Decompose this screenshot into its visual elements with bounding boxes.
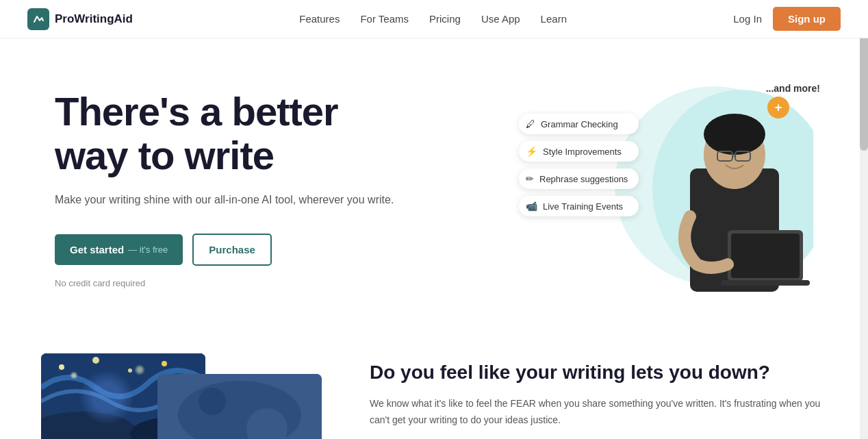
section2-visual: My idea in my head [41, 353, 329, 439]
navbar: ProWritingAid Features For Teams Pricing… [0, 0, 868, 38]
nav-for-teams[interactable]: For Teams [360, 13, 409, 25]
svg-point-4 [704, 114, 765, 155]
svg-point-18 [41, 412, 137, 439]
feature-pills: 🖊 Grammar Checking ⚡ Style Improvements … [519, 114, 639, 216]
painting-2-image [157, 374, 322, 439]
nav-use-app[interactable]: Use App [481, 13, 520, 25]
login-link[interactable]: Log In [733, 13, 762, 25]
hero-buttons: Get started — it's free Purchase [55, 234, 394, 266]
svg-rect-10 [721, 280, 810, 286]
hero-visual: 🖊 Grammar Checking ⚡ Style Improvements … [526, 79, 827, 299]
nav-links: Features For Teams Pricing Use App Learn [299, 13, 567, 25]
hero-subtitle: Make your writing shine with our all-in-… [55, 191, 394, 209]
svg-point-14 [128, 368, 132, 373]
svg-point-12 [59, 364, 64, 370]
section2-text: We know what it's like to feel the FEAR … [370, 396, 827, 429]
svg-point-15 [162, 361, 167, 366]
purchase-button[interactable]: Purchase [192, 234, 272, 266]
pill-rephrase: ✏ Rephrase suggestions [519, 168, 639, 189]
svg-rect-9 [731, 234, 800, 278]
hero-section: There's a better way to write Make your … [0, 38, 868, 326]
logo-icon [27, 8, 49, 30]
grammar-icon: 🖊 [526, 118, 535, 129]
section2-content: Do you feel like your writing lets you d… [370, 353, 827, 429]
pill-style: ⚡ Style Improvements [519, 141, 639, 162]
free-tag: — it's free [128, 244, 168, 255]
svg-point-13 [92, 357, 99, 364]
style-icon: ⚡ [526, 146, 537, 157]
and-more-text: ...and more! [766, 83, 820, 94]
pill-training: 📹 Live Training Events [519, 196, 639, 216]
hero-content: There's a better way to write Make your … [55, 90, 394, 288]
hero-title: There's a better way to write [55, 90, 394, 177]
training-icon: 📹 [526, 201, 537, 212]
section2-title: Do you feel like your writing lets you d… [370, 360, 827, 385]
nav-features[interactable]: Features [299, 13, 340, 25]
no-credit-text: No credit card required [55, 278, 394, 288]
brand-name: ProWritingAid [55, 12, 133, 26]
logo-link[interactable]: ProWritingAid [27, 8, 133, 30]
nav-actions: Log In Sign up [733, 7, 841, 31]
svg-point-22 [199, 388, 226, 415]
rephrase-icon: ✏ [526, 173, 534, 184]
plus-badge: + [767, 97, 789, 118]
nav-learn[interactable]: Learn [541, 13, 567, 25]
signup-button[interactable]: Sign up [773, 7, 841, 31]
scrollbar[interactable] [860, 0, 868, 439]
painting-card-2 [157, 374, 322, 439]
nav-pricing[interactable]: Pricing [429, 13, 461, 25]
pill-grammar: 🖊 Grammar Checking [519, 114, 639, 134]
get-started-button[interactable]: Get started — it's free [55, 234, 183, 265]
section2: My idea in my head Do you feel like your… [0, 326, 868, 439]
